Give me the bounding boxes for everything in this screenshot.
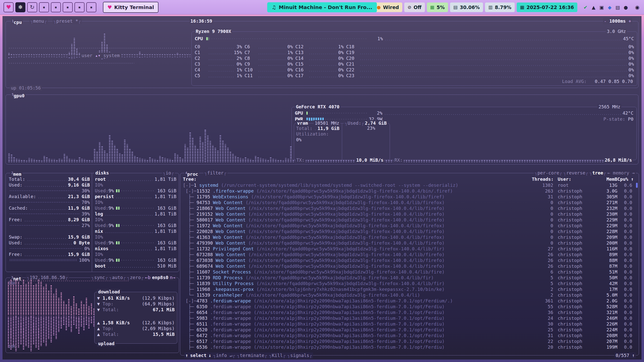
tree-toggle[interactable]: tree [590, 170, 606, 176]
graph-bar [129, 149, 131, 162]
bluetooth-icon[interactable]: ◆ [606, 5, 614, 10]
user-header[interactable]: User: [553, 176, 592, 182]
process-row[interactable]: ├─ 11795 WebExtensions (/nix/store/fqadd… [183, 194, 636, 200]
ram-usage-chip[interactable]: ▤30.06% [450, 3, 483, 12]
io-mode-button[interactable]: io [162, 170, 175, 176]
disk-usage-chip[interactable]: ▥8.79% [485, 3, 515, 12]
process-row[interactable]: ├─ 11968 .keepassxc-prox (/nix/store/bsl… [183, 286, 636, 292]
process-row[interactable]: ├─ 219152 Web Content (/nix/store/fqadd0… [183, 211, 636, 217]
process-row[interactable]: ├─ 6511 .ferdium-wrappe (/nix/store/a1pj… [183, 321, 636, 327]
network-wired-chip[interactable]: ●Wired [374, 3, 402, 12]
memory-stat-label: Cached: [9, 205, 28, 211]
datetime-chip[interactable]: ▦2025-07-22 16:36 [517, 3, 577, 12]
graph-bar [21, 160, 22, 162]
workspace-4[interactable]: ▪ [39, 2, 49, 12]
cpu-header[interactable]: Cpu% ↑ [617, 176, 636, 182]
music-player-chip[interactable]: ♫ Minuit Machine - Don't Run Fro... [267, 2, 377, 12]
process-row[interactable]: └─ 11539 crashhelper (/nix/store/fqadd0b… [183, 292, 636, 298]
tree-toggle[interactable]: Tree: [183, 176, 196, 182]
process-row[interactable]: ├─ 6517 .ferdium-wrappe (/nix/store/a1pj… [183, 338, 636, 344]
window-title-chip: ♥ Kitty Terminal [103, 2, 158, 13]
process-row[interactable]: ├─ 220028 Web Content (/nix/store/fqadd0… [183, 229, 636, 234]
process-row[interactable]: ├─ 94753 Web Content (/nix/store/fqadd0b… [183, 200, 636, 205]
graph-bar [232, 154, 234, 162]
memory-stat-value: 30,4 GiB [68, 176, 90, 182]
signals-button[interactable]: signals [288, 352, 312, 358]
graph-bar [179, 157, 181, 162]
sort-column-nav[interactable]: ← memory → [608, 170, 635, 176]
filter-button[interactable]: filter [204, 170, 227, 176]
graph-bar [265, 159, 266, 162]
process-row[interactable]: ├─ 6520 .ferdium-wrappe (/nix/store/a1pj… [183, 327, 636, 333]
process-row[interactable]: ├─ 218067 Web Content (/nix/store/fqadd0… [183, 205, 636, 211]
workspace-6[interactable]: ▪ [63, 2, 73, 12]
memory-stat-label: Used: [9, 240, 22, 245]
reverse-toggle[interactable]: reverse [564, 170, 588, 176]
process-row[interactable]: ├─ 11739 RDD Process (/nix/store/fqadd0b… [183, 275, 636, 281]
threads-header[interactable]: Threads: [532, 176, 553, 182]
process-row[interactable]: ├─ 41363 Web Content (/nix/store/fqadd0b… [183, 234, 636, 240]
workspace-refresh[interactable]: ↻ [27, 2, 37, 12]
process-threads: 0 [532, 217, 553, 223]
bell-icon[interactable]: ◉ [635, 4, 639, 10]
terminate-button[interactable]: terminate [237, 352, 267, 358]
select-down-arrow[interactable]: ↓ [209, 352, 211, 358]
process-row[interactable]: ├─ 11972 Web Content (/nix/store/fqadd0b… [183, 223, 636, 229]
display-icon[interactable]: ▣ [598, 5, 606, 10]
check-icon[interactable]: ✔ [582, 5, 589, 10]
shield-icon[interactable]: ▲ [590, 5, 597, 10]
workspace-heart[interactable]: ♥ [4, 2, 14, 12]
mic-off-chip[interactable]: ⊘Off [404, 3, 425, 12]
cpu-usage-chip[interactable]: ▦5% [427, 3, 448, 12]
process-row[interactable]: ├─ 479390 Web Content (/nix/store/fqadd0… [183, 240, 636, 246]
workspace-7[interactable]: ▪ [74, 2, 85, 12]
workspace-nix[interactable]: ❄ [15, 2, 25, 12]
process-pid: 11839 [196, 281, 213, 286]
process-row[interactable]: ├─ 6350 .ferdium-wrappe (/nix/store/a1pj… [183, 304, 636, 309]
power-icon[interactable]: ● [622, 5, 630, 10]
process-row[interactable]: ├─ 673288 Web Content (/nix/store/fqadd0… [183, 252, 636, 257]
graph-bar [30, 316, 32, 351]
process-row[interactable]: ├─ 5983 .ferdium-wrappe (/nix/store/a1pj… [183, 315, 636, 321]
process-row[interactable]: ├─ 11607 Socket Process (/nix/store/fqad… [183, 269, 636, 275]
process-row[interactable]: [-]─1 systemd (/run/current-system/syste… [183, 182, 636, 188]
workspace-8[interactable]: ▪ [86, 2, 96, 12]
process-name: .ferdium-wrappe [210, 333, 254, 338]
info-button[interactable]: info ↵ [213, 352, 235, 358]
gpu-model: GeForce RTX 4070 [295, 104, 340, 110]
process-tree-prefix: ├─ [183, 223, 196, 229]
process-row[interactable]: ├─ 6472 .ferdium-wrappe (/nix/store/a1pj… [183, 333, 636, 338]
process-row[interactable]: ├─ 11839 Utility Process (/nix/store/fqa… [183, 281, 636, 286]
keyboard-icon[interactable]: ▤ [614, 5, 622, 10]
graph-bar [154, 159, 156, 162]
cpu-core-row: C230% [346, 73, 634, 78]
process-row[interactable]: ├─ 11732 Privileged Cont (/nix/store/fqa… [183, 246, 636, 252]
process-pid: 5983 [196, 315, 210, 321]
process-scrollbar[interactable] [636, 183, 638, 188]
status-chips: ◄)75%●Wired⊘Off▦5%▤30.06%▥8.79%▦2025-07-… [346, 3, 577, 12]
interval-plus-button[interactable]: + [628, 18, 631, 24]
disk-row: nix1,81 TiB [95, 228, 176, 234]
process-row[interactable]: ├─ 689674 Web Content (/nix/store/fqadd0… [183, 263, 636, 269]
process-row[interactable]: [-]~4783 .ferdium-wrappe (/nix/store/a1p… [183, 298, 636, 304]
process-row[interactable]: ├─ 6654 .ferdium-wrappe (/nix/store/a1pj… [183, 309, 636, 315]
graph-bar [41, 316, 42, 346]
graph-bar [210, 141, 211, 162]
per-core-toggle[interactable]: per-core [535, 170, 562, 176]
process-row[interactable]: ├─ 580017 Web Content (/nix/store/fqadd0… [183, 217, 636, 223]
process-row[interactable]: [-]─11532 .firefox-wrappe (/nix/store/fq… [183, 188, 636, 194]
gpu-clock: 2565 MHz [597, 104, 621, 110]
kill-button[interactable]: Kill [269, 352, 286, 358]
interval-minus-button[interactable]: - [604, 18, 607, 24]
process-command: (/nix/store/fqadd0bprwc5yw5k99xajbdqd1dz… [248, 217, 532, 223]
graph-bar [56, 316, 57, 339]
menu-button[interactable]: menu [29, 18, 48, 24]
workspace-5[interactable]: ▪ [51, 2, 61, 12]
process-row[interactable]: ├─ 6536 .ferdium-wrappe (/nix/store/a1pj… [183, 344, 636, 350]
preset-button[interactable]: preset * [53, 18, 82, 24]
select-up-arrow[interactable]: ↑ [185, 352, 188, 358]
core-name: C18 [346, 44, 358, 49]
memory-header[interactable]: MemB [592, 176, 617, 182]
process-row[interactable]: ├─ 673038 Web Content (/nix/store/fqadd0… [183, 257, 636, 263]
graph-bar [252, 160, 254, 162]
